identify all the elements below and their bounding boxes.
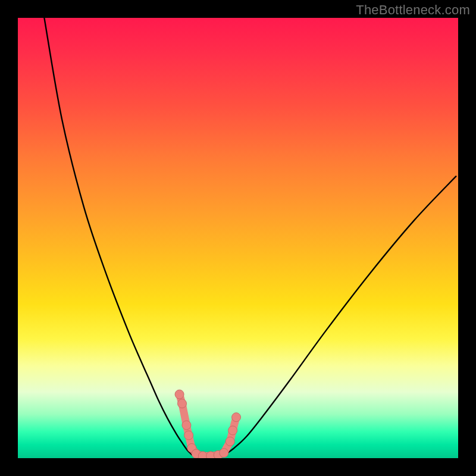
curve-left-branch [44, 18, 192, 455]
marker-dot [175, 390, 184, 399]
marker-dot [228, 426, 237, 435]
chart-frame: TheBottleneck.com [0, 0, 476, 476]
marker-dot [232, 413, 241, 422]
watermark-text: TheBottleneck.com [356, 2, 470, 18]
marker-dot [198, 452, 207, 458]
marker-dot [178, 399, 187, 408]
curve-right-branch [225, 176, 456, 455]
marker-dot [220, 449, 228, 458]
marker-dot [182, 421, 191, 430]
marker-dot [226, 437, 234, 446]
marker-dot [184, 431, 193, 440]
plot-area [18, 18, 458, 458]
curve-layer [18, 18, 458, 458]
